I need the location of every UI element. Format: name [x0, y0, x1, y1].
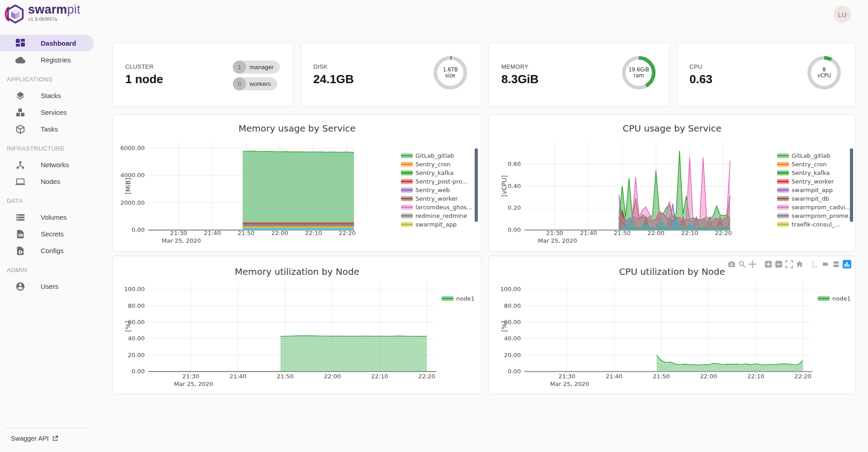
network-hub-icon	[15, 160, 25, 170]
svg-text:22:10: 22:10	[747, 373, 764, 380]
memory-utilization-by-node-chart[interactable]: 0.0020.0040.0060.0080.00100.0021:3021:40…	[113, 256, 481, 394]
svg-text:traefik-consul_...: traefik-consul_...	[792, 221, 840, 228]
svg-text:21:50: 21:50	[277, 373, 293, 380]
svg-text:larcomdeus_ghos...: larcomdeus_ghos...	[415, 204, 472, 211]
svg-text:21:40: 21:40	[606, 373, 623, 380]
svg-text:GitLab_gitlab: GitLab_gitlab	[415, 152, 454, 159]
svg-text:redmine_redmine: redmine_redmine	[415, 212, 467, 219]
svg-text:Sentry_web: Sentry_web	[415, 187, 450, 193]
memory-utilization-by-node-card: Memory utilization by Node 0.0020.0040.0…	[113, 256, 481, 394]
memory-usage-by-service-card: Memory usage by Service 0.002000.004000.…	[113, 114, 481, 252]
svg-text:0.40: 0.40	[508, 183, 521, 189]
user-avatar[interactable]: LU	[834, 6, 851, 23]
sidebar-item-registries[interactable]: Registries	[0, 52, 95, 68]
svg-text:21:40: 21:40	[230, 373, 246, 380]
svg-text:Sentry_worker: Sentry_worker	[415, 195, 458, 202]
svg-text:21:30: 21:30	[182, 373, 199, 380]
app-logo: swarmpit v1.9-0b9f47a	[5, 4, 80, 26]
svg-text:22:00: 22:00	[271, 230, 288, 236]
svg-text:22:00: 22:00	[700, 373, 717, 380]
cloud-icon	[15, 55, 25, 65]
cpu-usage-by-service-chart[interactable]: 0.000.200.400.6021:3021:4021:5022:0022:1…	[489, 115, 855, 252]
svg-text:2000.00: 2000.00	[120, 199, 145, 206]
svg-text:0.20: 0.20	[508, 204, 521, 211]
svg-text:Sentry_cron: Sentry_cron	[415, 161, 451, 168]
svg-text:node1: node1	[456, 295, 475, 302]
sidebar-item-tasks[interactable]: Tasks	[0, 121, 95, 137]
svg-text:40.00: 40.00	[504, 335, 521, 342]
svg-text:[%]: [%]	[124, 321, 132, 332]
svg-text:20.00: 20.00	[128, 352, 145, 358]
zoom-out-icon[interactable]	[775, 260, 783, 268]
svg-text:21:50: 21:50	[614, 230, 631, 236]
svg-text:40.00: 40.00	[128, 335, 145, 342]
cluster-chips: 1 manager 0 workers	[233, 61, 280, 94]
svg-text:100.00: 100.00	[500, 286, 521, 292]
cpu-usage-by-service-card: CPU usage by Service 0.000.200.400.6021:…	[489, 114, 855, 252]
cpu-card: CPU 0.63 8vCPU	[677, 43, 855, 107]
svg-text:Mar 25, 2020: Mar 25, 2020	[538, 237, 577, 244]
memory-usage-by-service-chart[interactable]: 0.002000.004000.006000.0021:3021:4021:50…	[113, 115, 481, 252]
zoom-in-icon[interactable]	[764, 260, 772, 268]
app-version: v1.9-0b9f47a	[28, 17, 80, 22]
svg-text:4000.00: 4000.00	[120, 172, 145, 179]
svg-text:22:20: 22:20	[715, 230, 731, 236]
cpu-utilization-by-node-card: CPU utilization by Node 0.0020.0040.0060…	[489, 256, 855, 394]
sidebar-item-services[interactable]: Services	[0, 104, 95, 121]
svg-text:21:30: 21:30	[546, 230, 563, 236]
zoom-icon[interactable]	[738, 260, 746, 268]
svg-text:Sentry_kafka: Sentry_kafka	[415, 170, 453, 176]
laptop-icon	[15, 177, 25, 187]
pan-icon[interactable]	[749, 260, 756, 268]
spikelines-icon[interactable]	[811, 260, 819, 268]
sidebar-footer: Swagger API	[0, 428, 95, 452]
svg-text:node1: node1	[832, 295, 851, 302]
cpu-utilization-by-node-chart[interactable]: 0.0020.0040.0060.0080.00100.0021:3021:40…	[489, 256, 855, 394]
svg-text:22:10: 22:10	[371, 373, 388, 380]
svg-text:swarmprom_prome...: swarmprom_prome...	[792, 212, 854, 219]
svg-text:22:20: 22:20	[794, 373, 811, 380]
swarmpit-logo-icon	[5, 4, 25, 26]
svg-text:22:00: 22:00	[324, 373, 341, 380]
disk-card: DISK 24.1GB 1.6TBsize	[301, 43, 481, 107]
plotly-modebar	[728, 260, 851, 268]
svg-text:22:20: 22:20	[418, 373, 435, 380]
svg-text:Mar 25, 2020: Mar 25, 2020	[550, 381, 590, 387]
sidebar-item-dashboard[interactable]: Dashboard	[0, 35, 94, 52]
sidebar-item-secrets[interactable]: Secrets	[0, 226, 95, 242]
svg-text:100.00: 100.00	[124, 286, 145, 292]
disk-gauge: 1.6TBsize	[433, 56, 467, 90]
storage-icon	[15, 212, 25, 222]
memory-card: MEMORY 8.3GiB 19.6GiBram	[489, 43, 670, 107]
memory-gauge: 19.6GiBram	[622, 56, 656, 90]
camera-icon[interactable]	[728, 260, 736, 268]
sidebar-item-users[interactable]: Users	[0, 278, 95, 295]
divider	[5, 428, 90, 428]
svg-text:80.00: 80.00	[128, 302, 145, 309]
external-link-icon	[52, 435, 58, 442]
hover-closest-icon[interactable]	[822, 260, 830, 268]
reset-axes-icon[interactable]	[796, 260, 803, 268]
svg-text:Sentry_cron: Sentry_cron	[792, 161, 827, 168]
sidebar-item-networks[interactable]: Networks	[0, 156, 95, 173]
svg-text:[vCPU]: [vCPU]	[500, 175, 508, 197]
svg-text:0.00: 0.00	[508, 368, 521, 375]
autoscale-icon[interactable]	[785, 260, 793, 268]
svg-text:Sentry_worker: Sentry_worker	[792, 178, 834, 185]
cube-icon	[15, 124, 25, 134]
svg-text:swarmpit_app: swarmpit_app	[792, 187, 833, 193]
svg-text:GitLab_gitlab: GitLab_gitlab	[792, 152, 830, 159]
sidebar-item-nodes[interactable]: Nodes	[0, 173, 95, 190]
svg-text:Sentry_kafka: Sentry_kafka	[792, 170, 830, 176]
svg-text:0.60: 0.60	[508, 160, 521, 167]
hover-compare-icon[interactable]	[832, 260, 840, 268]
sidebar-item-volumes[interactable]: Volumes	[0, 209, 95, 226]
sidebar-item-configs[interactable]: Configs	[0, 242, 95, 259]
svg-text:0.00: 0.00	[132, 226, 145, 233]
svg-text:22:10: 22:10	[305, 230, 322, 236]
sidebar-section-admin: ADMIN	[0, 262, 95, 278]
plotly-logo-icon[interactable]	[843, 260, 851, 268]
svg-text:6000.00: 6000.00	[120, 145, 145, 151]
sidebar-item-stacks[interactable]: Stacks	[0, 87, 95, 104]
swagger-api-link[interactable]: Swagger API	[0, 435, 95, 452]
